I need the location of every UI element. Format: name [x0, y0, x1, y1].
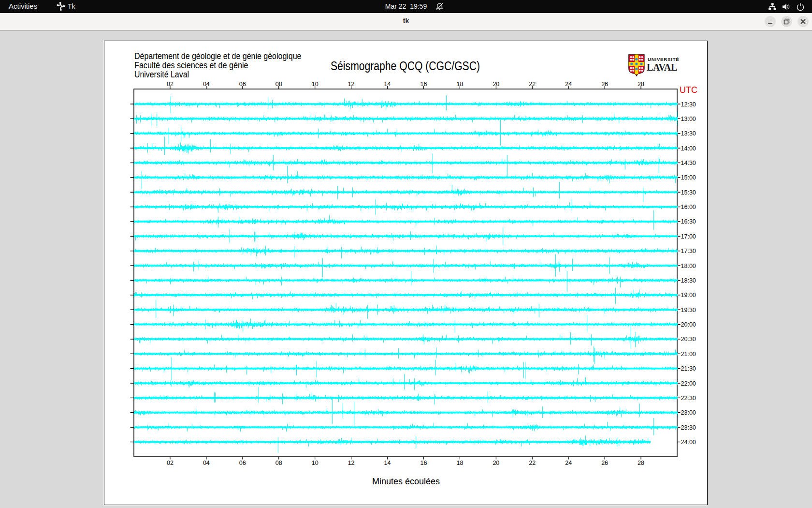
svg-text:16: 16 [420, 81, 427, 88]
svg-text:10: 10 [312, 460, 319, 466]
svg-text:Séismographe QCQ (CGC/GSC): Séismographe QCQ (CGC/GSC) [331, 59, 480, 73]
svg-text:18:00: 18:00 [681, 263, 696, 269]
svg-text:02: 02 [167, 81, 174, 88]
svg-text:14:00: 14:00 [681, 145, 696, 152]
svg-text:04: 04 [203, 81, 210, 88]
svg-text:04: 04 [203, 460, 210, 466]
svg-text:16: 16 [420, 460, 427, 466]
svg-text:Faculté des sciences et de gén: Faculté des sciences et de génie [134, 60, 248, 70]
svg-text:28: 28 [638, 81, 644, 88]
svg-text:14: 14 [384, 460, 391, 466]
svg-text:LAVAL: LAVAL [647, 62, 677, 73]
svg-text:21:30: 21:30 [681, 365, 696, 372]
svg-text:19:00: 19:00 [681, 292, 696, 299]
svg-text:23:30: 23:30 [681, 424, 696, 431]
svg-text:16:30: 16:30 [681, 218, 696, 225]
svg-text:17:00: 17:00 [681, 233, 696, 240]
svg-text:20: 20 [493, 81, 499, 88]
svg-text:24: 24 [565, 460, 572, 466]
svg-text:14: 14 [384, 81, 391, 88]
svg-text:13:30: 13:30 [681, 130, 696, 137]
svg-text:02: 02 [167, 460, 174, 466]
svg-text:22: 22 [529, 81, 536, 88]
svg-text:15:00: 15:00 [681, 174, 696, 181]
svg-text:10: 10 [312, 81, 319, 88]
svg-text:21:00: 21:00 [681, 351, 696, 358]
svg-text:22:00: 22:00 [681, 380, 696, 387]
svg-text:24: 24 [565, 81, 572, 88]
svg-text:18: 18 [456, 81, 463, 88]
svg-text:26: 26 [601, 81, 608, 88]
svg-text:24:00: 24:00 [681, 439, 696, 446]
svg-text:Minutes écoulées: Minutes écoulées [372, 477, 440, 486]
svg-text:14:30: 14:30 [681, 160, 696, 166]
svg-text:Université Laval: Université Laval [134, 70, 189, 79]
svg-text:06: 06 [239, 460, 246, 466]
svg-text:22:30: 22:30 [681, 395, 696, 402]
svg-text:20:30: 20:30 [681, 336, 696, 343]
svg-text:15:30: 15:30 [681, 189, 696, 196]
svg-text:08: 08 [276, 460, 282, 466]
svg-text:17:30: 17:30 [681, 248, 696, 254]
svg-text:16:00: 16:00 [681, 204, 696, 210]
svg-text:18:30: 18:30 [681, 277, 696, 284]
svg-text:28: 28 [638, 460, 644, 466]
svg-text:12: 12 [348, 460, 355, 466]
svg-text:12:30: 12:30 [681, 101, 696, 108]
svg-text:13:00: 13:00 [681, 116, 696, 122]
svg-text:22: 22 [529, 460, 536, 466]
svg-text:12: 12 [348, 81, 355, 88]
svg-text:UNIVERSITÉ: UNIVERSITÉ [648, 57, 680, 62]
svg-text:Département de géologie et de: Département de géologie et de génie géol… [134, 51, 302, 61]
svg-text:19:30: 19:30 [681, 307, 696, 314]
svg-text:08: 08 [276, 81, 282, 88]
svg-text:23:00: 23:00 [681, 409, 696, 416]
svg-text:18: 18 [456, 460, 463, 466]
svg-text:06: 06 [239, 81, 246, 88]
svg-text:20: 20 [493, 460, 499, 466]
svg-text:UTC: UTC [680, 85, 697, 95]
svg-text:20:00: 20:00 [681, 321, 696, 328]
svg-text:26: 26 [601, 460, 608, 466]
